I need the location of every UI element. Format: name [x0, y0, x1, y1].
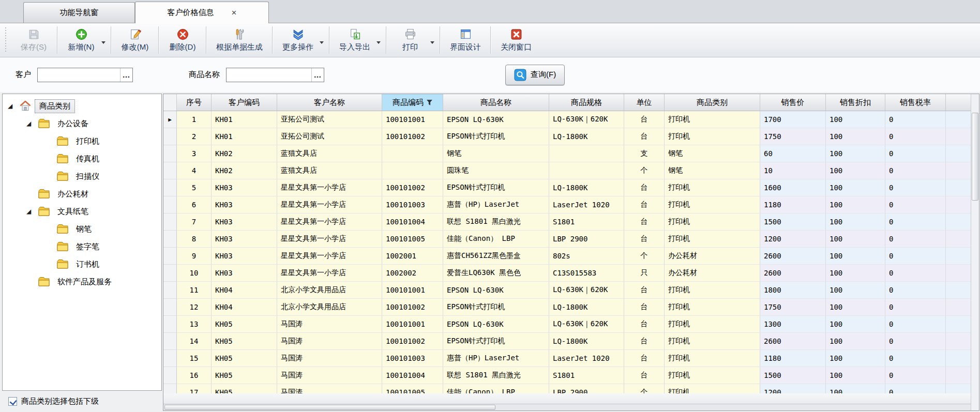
- cell[interactable]: 100: [826, 384, 885, 393]
- import-export-dropdown-arrow[interactable]: [376, 41, 381, 46]
- cell[interactable]: 2: [177, 128, 212, 145]
- cell[interactable]: 100: [826, 196, 885, 213]
- cell[interactable]: KH02: [212, 162, 277, 179]
- delete-button[interactable]: 删除(D): [160, 23, 205, 57]
- cell[interactable]: 100101002: [382, 333, 443, 350]
- cell[interactable]: 打印机: [665, 179, 760, 196]
- cell[interactable]: EPSON针式打印机: [443, 128, 549, 145]
- table-row[interactable]: 7KH03星星文具第一小学店100101004联想 S1801 黑白激光S180…: [163, 213, 971, 231]
- cell[interactable]: KH03: [212, 213, 277, 231]
- cell[interactable]: 马国涛: [277, 384, 382, 393]
- cell[interactable]: 17: [177, 384, 212, 393]
- cell[interactable]: 台: [624, 282, 665, 299]
- cell[interactable]: EPSON针式打印机: [443, 299, 549, 316]
- cell[interactable]: 打印机: [665, 299, 760, 316]
- cell[interactable]: 钢笔: [443, 145, 549, 162]
- cell[interactable]: 2600: [760, 248, 826, 265]
- table-row[interactable]: 6KH03星星文具第一小学店100101003惠普（HP）LaserJetLas…: [163, 196, 971, 213]
- cell[interactable]: 2600: [760, 333, 826, 350]
- tree-node-root[interactable]: ◢ 商品类别: [3, 97, 161, 115]
- cell[interactable]: 台: [624, 231, 665, 248]
- cell[interactable]: KH03: [212, 248, 277, 265]
- cell[interactable]: 惠普CH561ZZ黑色墨盒: [443, 248, 549, 265]
- row-selector[interactable]: [163, 350, 177, 367]
- cell[interactable]: 1300: [760, 316, 826, 333]
- cell[interactable]: KH02: [212, 145, 277, 162]
- cell[interactable]: 1002001: [382, 248, 443, 265]
- cell[interactable]: KH03: [212, 231, 277, 248]
- tree-node-scanner[interactable]: 扫描仪: [3, 167, 161, 185]
- cell[interactable]: 台: [624, 213, 665, 231]
- cell[interactable]: LQ-1800K: [549, 179, 624, 196]
- cell[interactable]: 马国涛: [277, 350, 382, 367]
- row-selector[interactable]: [163, 196, 177, 213]
- cell[interactable]: 0: [885, 333, 946, 350]
- column-header-10[interactable]: 销售折扣: [826, 94, 885, 111]
- table-row[interactable]: 17KH05马国涛100101005佳能（Canon） LBPLBP 2900个…: [163, 384, 971, 393]
- table-row[interactable]: 16KH05马国涛100101004联想 S1801 黑白激光S1801台打印机…: [163, 367, 971, 384]
- cell[interactable]: 台: [624, 367, 665, 384]
- cell[interactable]: 100101001: [382, 282, 443, 299]
- customer-browse-button[interactable]: …: [120, 68, 132, 82]
- cell[interactable]: 100: [826, 316, 885, 333]
- cell[interactable]: 马国涛: [277, 316, 382, 333]
- cell[interactable]: 星星文具第一小学店: [277, 248, 382, 265]
- table-row[interactable]: 11KH04北京小学文具用品店100101001EPSON LQ-630KLQ-…: [163, 282, 971, 299]
- row-selector[interactable]: [163, 367, 177, 384]
- cell[interactable]: LQ-630K｜620K: [549, 111, 624, 128]
- cell[interactable]: 100: [826, 299, 885, 316]
- cell[interactable]: 100101005: [382, 231, 443, 248]
- tree-node-office-equipment[interactable]: ◢ 办公设备: [3, 115, 161, 132]
- cell[interactable]: 佳能（Canon） LBP: [443, 231, 549, 248]
- row-selector[interactable]: [163, 333, 177, 350]
- column-header-11[interactable]: 销售税率: [885, 94, 946, 111]
- table-row[interactable]: 8KH03星星文具第一小学店100101005佳能（Canon） LBPLBP …: [163, 231, 971, 248]
- table-row[interactable]: 3KH02蓝猫文具店钢笔支钢笔601000: [163, 145, 971, 162]
- edit-button[interactable]: 修改(M): [113, 23, 157, 57]
- cell[interactable]: 联想 S1801 黑白激光: [443, 367, 549, 384]
- cell[interactable]: 1002002: [382, 265, 443, 282]
- product-browse-button[interactable]: …: [311, 68, 324, 82]
- cell[interactable]: 个: [624, 248, 665, 265]
- cell[interactable]: EPSON LQ-630K: [443, 316, 549, 333]
- expander-icon[interactable]: ◢: [26, 208, 38, 215]
- cell[interactable]: C13S015583: [549, 265, 624, 282]
- cell[interactable]: 1200: [760, 384, 826, 393]
- cell[interactable]: KH05: [212, 316, 277, 333]
- cell[interactable]: 4: [177, 162, 212, 179]
- row-selector[interactable]: [163, 248, 177, 265]
- cell[interactable]: 100101004: [382, 213, 443, 231]
- row-selector[interactable]: [163, 265, 177, 282]
- column-header-8[interactable]: 商品类别: [665, 94, 760, 111]
- cell[interactable]: 只: [624, 265, 665, 282]
- filter-funnel-icon[interactable]: [427, 99, 432, 106]
- horizontal-scrollbar-thumb[interactable]: [164, 405, 495, 410]
- cell[interactable]: 1: [177, 111, 212, 128]
- cell[interactable]: 100: [826, 248, 885, 265]
- cell[interactable]: 佳能（Canon） LBP: [443, 384, 549, 393]
- cell[interactable]: 圆珠笔: [443, 162, 549, 179]
- cell[interactable]: 台: [624, 299, 665, 316]
- cell[interactable]: 100101003: [382, 196, 443, 213]
- table-row[interactable]: 14KH05马国涛100101002EPSON针式打印机LQ-1800K台打印机…: [163, 333, 971, 350]
- cell[interactable]: 钢笔: [665, 162, 760, 179]
- cell[interactable]: 1500: [760, 213, 826, 231]
- cell[interactable]: EPSON针式打印机: [443, 333, 549, 350]
- row-selector[interactable]: [163, 162, 177, 179]
- cell[interactable]: 打印机: [665, 231, 760, 248]
- cell[interactable]: 爱普生LQ630K 黑色色: [443, 265, 549, 282]
- column-header-3[interactable]: 客户名称: [277, 94, 382, 111]
- cell[interactable]: 100: [826, 111, 885, 128]
- cell[interactable]: 星星文具第一小学店: [277, 196, 382, 213]
- row-selector[interactable]: [163, 231, 177, 248]
- cell[interactable]: KH05: [212, 384, 277, 393]
- row-selector[interactable]: [163, 128, 177, 145]
- cell[interactable]: 打印机: [665, 128, 760, 145]
- cell[interactable]: 100: [826, 367, 885, 384]
- expander-icon[interactable]: ◢: [8, 102, 19, 110]
- cell[interactable]: KH04: [212, 282, 277, 299]
- cell[interactable]: 16: [177, 367, 212, 384]
- cell[interactable]: KH03: [212, 196, 277, 213]
- cell[interactable]: 100: [826, 145, 885, 162]
- cell[interactable]: 15: [177, 350, 212, 367]
